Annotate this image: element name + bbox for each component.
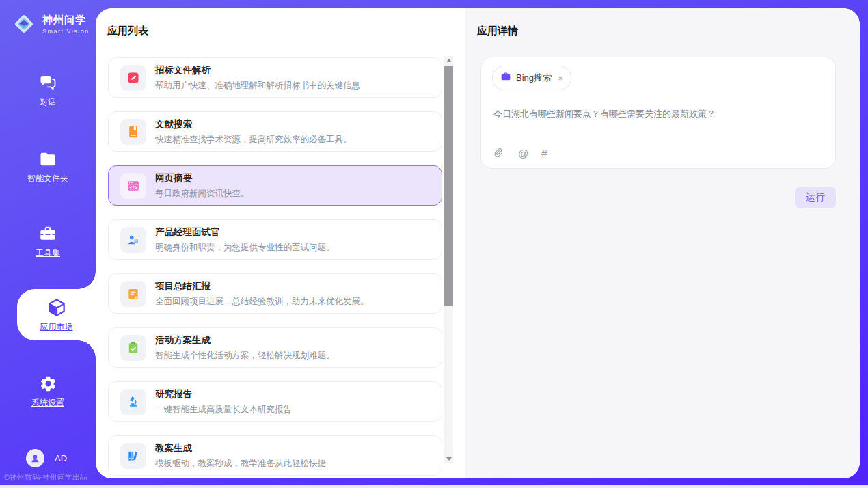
app-card-project-summary[interactable]: 项目总结汇报 全面回顾项目进展，总结经验教训，助力未来优化发展。 (108, 273, 442, 314)
copyright: ©神州数码·神州问学出品 (4, 472, 87, 483)
logo: 神州问学 Smart Vision (0, 0, 96, 37)
book-icon (120, 119, 146, 145)
app-card-name: 活动方案生成 (155, 334, 335, 347)
tool-tag-bing-search[interactable]: Bing搜索 × (492, 66, 571, 90)
tool-tag-label: Bing搜索 (516, 72, 552, 84)
logo-title: 神州问学 (42, 14, 90, 27)
app-card-name: 研究报告 (155, 388, 292, 401)
browser-code-icon (120, 173, 146, 199)
app-card-research-report[interactable]: 研究报告 一键智能生成高质量长文本研究报告 (108, 381, 442, 422)
app-card-pm-interviewer[interactable]: 产品经理面试官 明确身份和职责，为您提供专业性的面试问题。 (108, 219, 442, 260)
run-button[interactable]: 运行 (795, 187, 836, 208)
app-card-description: 模板驱动，教案秒成，教学准备从此轻松快捷 (155, 458, 326, 470)
bottom-edge-divider (0, 485, 868, 488)
books-icon (120, 443, 146, 469)
close-icon[interactable]: × (558, 73, 563, 83)
app-card-event-plan[interactable]: 活动方案生成 智能生成个性化活动方案，轻松解决规划难题。 (108, 327, 442, 368)
app-card-description: 帮助用户快速、准确地理解和解析招标书中的关键信息 (155, 80, 360, 92)
sidebar-item-label: 对话 (40, 96, 56, 108)
app-card-description: 明确身份和职责，为您提供专业性的面试问题。 (155, 242, 335, 254)
app-card-description: 一键智能生成高质量长文本研究报告 (155, 404, 292, 416)
clipboard-check-icon (120, 335, 146, 361)
prompt-text[interactable]: 今日湖北有哪些新闻要点？有哪些需要关注的最新政策？ (493, 107, 823, 121)
at-icon[interactable]: @ (518, 148, 528, 159)
app-card-name: 文献搜索 (155, 118, 352, 131)
app-list-title: 应用列表 (107, 25, 465, 38)
logo-diamond-icon (11, 11, 37, 37)
sidebar-item-label: 智能文件夹 (27, 173, 68, 185)
briefcase-icon (500, 71, 511, 85)
app-card-lesson-plan[interactable]: 教案生成 模板驱动，教案秒成，教学准备从此轻松快捷 (108, 435, 442, 476)
app-detail-title: 应用详情 (477, 25, 860, 38)
user-name: AD (55, 453, 67, 463)
triangle-up-icon (446, 59, 452, 62)
app-list: 招标文件解析 帮助用户快速、准确地理解和解析招标书中的关键信息 文献搜索 快速精… (96, 57, 465, 476)
sidebar-item-smart-folders[interactable]: 智能文件夹 (0, 150, 96, 185)
run-row: 运行 (480, 187, 836, 208)
app-card-description: 全面回顾项目进展，总结经验教训，助力未来优化发展。 (155, 296, 369, 308)
toolbox-icon (38, 224, 57, 243)
paperclip-icon[interactable] (493, 148, 505, 159)
app-card-web-summary[interactable]: 网页摘要 每日政府新闻资讯快查。 (108, 165, 442, 206)
note-icon (120, 281, 146, 307)
sidebar-item-label: 系统设置 (31, 397, 64, 409)
app-card-bid-document-analysis[interactable]: 招标文件解析 帮助用户快速、准确地理解和解析招标书中的关键信息 (108, 57, 442, 98)
prompt-toolbar: @ # (493, 148, 547, 159)
app-card-name: 项目总结汇报 (155, 280, 369, 293)
sidebar-item-toolset[interactable]: 工具集 (0, 224, 96, 259)
app-list-scrollbar[interactable] (444, 56, 453, 463)
microscope-icon (120, 389, 146, 415)
content-area: 应用列表 招标文件解析 帮助用户快速、准确地理解和解析招标书中的关键信息 (96, 8, 860, 478)
app-detail-panel: 应用详情 Bing搜索 × 今日湖北有哪些新闻要点？有哪些需要关注的最新政策？ (465, 8, 860, 478)
interviewer-icon (120, 227, 146, 253)
user-badge[interactable]: AD (26, 449, 67, 467)
app-card-description: 每日政府新闻资讯快查。 (155, 188, 249, 200)
avatar (26, 449, 44, 467)
prompt-card: Bing搜索 × 今日湖北有哪些新闻要点？有哪些需要关注的最新政策？ @ # (480, 57, 836, 169)
folder-icon (38, 150, 57, 169)
app-card-name: 产品经理面试官 (155, 226, 335, 239)
sidebar-item-label: 工具集 (36, 247, 60, 259)
gear-icon (39, 374, 57, 393)
chat-icon (38, 73, 57, 92)
edit-doc-icon (120, 65, 146, 91)
hash-icon[interactable]: # (541, 148, 547, 159)
scrollbar-thumb[interactable] (444, 66, 453, 306)
cube-icon (46, 298, 67, 317)
sidebar-item-app-market[interactable]: 应用市场 (17, 289, 96, 340)
scroll-up-button[interactable] (444, 56, 453, 65)
app-list-panel: 应用列表 招标文件解析 帮助用户快速、准确地理解和解析招标书中的关键信息 (96, 8, 465, 478)
sidebar: 神州问学 Smart Vision 对话 智能文件夹 (0, 0, 96, 488)
app-card-name: 教案生成 (155, 442, 326, 455)
app-card-literature-search[interactable]: 文献搜索 快速精准查找学术资源，提高研究效率的必备工具。 (108, 111, 442, 152)
sidebar-item-label: 应用市场 (40, 321, 73, 333)
triangle-down-icon (446, 457, 452, 461)
app-card-description: 快速精准查找学术资源，提高研究效率的必备工具。 (155, 134, 352, 146)
sidebar-item-chat[interactable]: 对话 (0, 73, 96, 108)
sidebar-item-settings[interactable]: 系统设置 (0, 374, 96, 409)
scroll-down-button[interactable] (444, 455, 453, 463)
sidebar-nav: 对话 智能文件夹 工具集 (0, 73, 96, 409)
app-card-name: 网页摘要 (155, 172, 249, 185)
logo-subtitle: Smart Vision (42, 28, 90, 35)
app-card-description: 智能生成个性化活动方案，轻松解决规划难题。 (155, 350, 335, 362)
app-card-name: 招标文件解析 (155, 64, 360, 77)
